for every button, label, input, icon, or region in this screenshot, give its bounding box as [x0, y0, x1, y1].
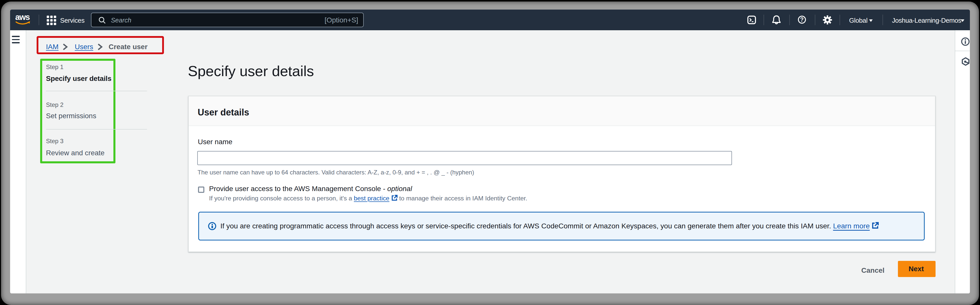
- svg-text:aws: aws: [15, 14, 30, 22]
- svg-text:?: ?: [800, 16, 804, 23]
